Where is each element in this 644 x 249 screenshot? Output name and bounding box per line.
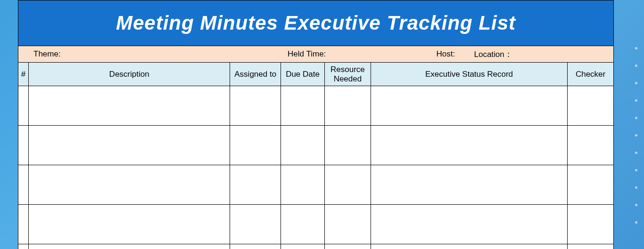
- cell-executive_status: [371, 165, 568, 204]
- cell-executive_status: [371, 205, 568, 244]
- table-row: [18, 86, 613, 126]
- cell-executive_status: [371, 244, 568, 249]
- cell-description: [29, 205, 230, 244]
- cell-num: [18, 126, 29, 165]
- cell-due_date: [281, 86, 325, 125]
- cell-description: [29, 126, 230, 165]
- cell-description: [29, 244, 230, 249]
- col-due-date: Due Date: [281, 63, 325, 86]
- cell-description: [29, 86, 230, 125]
- dot-icon: [635, 47, 637, 49]
- cell-num: [18, 205, 29, 244]
- cell-checker: [568, 165, 613, 204]
- cell-checker: [568, 244, 613, 249]
- cell-due_date: [281, 244, 325, 249]
- cell-assigned_to: [230, 165, 281, 204]
- cell-assigned_to: [230, 86, 281, 125]
- cell-description: [29, 165, 230, 204]
- table-row: [18, 244, 613, 249]
- dot-icon: [635, 64, 637, 67]
- cell-due_date: [281, 205, 325, 244]
- col-resource-needed: Resource Needed: [325, 63, 371, 86]
- cell-resource_needed: [325, 165, 371, 204]
- cell-checker: [568, 205, 613, 244]
- page-title: Meeting Minutes Executive Tracking List: [116, 12, 516, 34]
- cell-checker: [568, 86, 613, 125]
- cell-num: [18, 165, 29, 204]
- column-header-row: # Description Assigned to Due Date Resou…: [18, 63, 613, 86]
- cell-assigned_to: [230, 205, 281, 244]
- col-executive-status: Executive Status Record: [371, 63, 568, 86]
- meta-theme-label: Theme:: [18, 46, 282, 62]
- col-assigned-to: Assigned to: [230, 63, 281, 86]
- dot-icon: [635, 82, 637, 84]
- cell-checker: [568, 126, 613, 165]
- meta-host-label: Host:: [431, 46, 469, 62]
- meta-row: Theme: Held Time: Host: Location：: [18, 46, 613, 63]
- cell-resource_needed: [325, 205, 371, 244]
- cell-assigned_to: [230, 126, 281, 165]
- dot-icon: [635, 169, 637, 171]
- page-header: Meeting Minutes Executive Tracking List: [18, 0, 613, 46]
- meta-location-label: Location：: [468, 46, 613, 62]
- dot-icon: [635, 134, 637, 137]
- decorative-dots: [635, 47, 637, 224]
- table-row: [18, 165, 613, 205]
- cell-assigned_to: [230, 244, 281, 249]
- col-number: #: [18, 63, 29, 86]
- document-page: Meeting Minutes Executive Tracking List …: [18, 0, 614, 249]
- cell-num: [18, 244, 29, 249]
- cell-executive_status: [371, 126, 568, 165]
- dot-icon: [635, 221, 637, 224]
- cell-resource_needed: [325, 244, 371, 249]
- table-row: [18, 126, 613, 165]
- dot-icon: [635, 99, 637, 102]
- table-row: [18, 205, 613, 244]
- col-checker: Checker: [568, 63, 613, 86]
- cell-resource_needed: [325, 126, 371, 165]
- cell-resource_needed: [325, 86, 371, 125]
- dot-icon: [635, 117, 637, 119]
- cell-due_date: [281, 165, 325, 204]
- dot-icon: [635, 186, 637, 189]
- cell-num: [18, 86, 29, 125]
- table-body: [18, 86, 613, 249]
- dot-icon: [635, 204, 637, 206]
- dot-icon: [635, 152, 637, 154]
- col-description: Description: [29, 63, 230, 86]
- cell-executive_status: [371, 86, 568, 125]
- cell-due_date: [281, 126, 325, 165]
- meta-held-time-label: Held Time:: [282, 46, 430, 62]
